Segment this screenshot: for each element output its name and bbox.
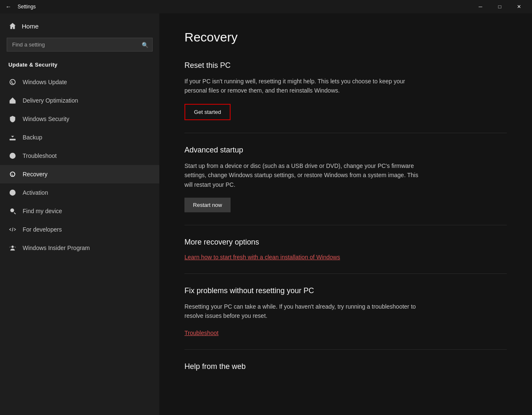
fix-problems-title: Fix problems without resetting your PC [184,286,507,295]
fix-problems-section: Fix problems without resetting your PC R… [184,286,507,337]
shield-icon [8,115,17,123]
search-icon: 🔍 [142,41,148,48]
page-title: Recovery [184,30,507,44]
divider-1 [184,133,507,133]
sidebar-item-troubleshoot[interactable]: Troubleshoot [0,147,159,165]
sidebar-item-label: Delivery Optimization [23,97,78,104]
divider-4 [184,349,507,350]
sidebar-item-label: Windows Update [23,79,67,85]
delivery-icon [8,96,17,105]
svg-point-6 [11,209,13,211]
help-section-title: Help from the web [184,362,507,371]
sidebar-home-label: Home [22,23,39,30]
reset-section: Reset this PC If your PC isn't running w… [184,61,507,120]
sidebar-item-windows-security[interactable]: Windows Security [0,110,159,128]
window-controls: ─ □ ✕ [471,0,529,13]
sidebar-item-label: Find my device [23,208,62,214]
get-started-button[interactable]: Get started [184,104,231,120]
search-input[interactable] [7,38,153,52]
sidebar-search-container: 🔍 [7,38,153,52]
sidebar-item-label: Windows Insider Program [23,245,90,251]
activation-icon [8,188,17,197]
sidebar-item-label: Backup [23,134,42,141]
sidebar-item-delivery-optimization[interactable]: Delivery Optimization [0,91,159,110]
backup-icon [8,133,17,142]
sidebar-item-label: Troubleshoot [23,152,57,159]
back-button[interactable]: ← [3,2,13,12]
sidebar-item-label: Windows Security [23,116,69,122]
sidebar-item-activation[interactable]: Activation [0,183,159,202]
reset-section-desc: If your PC isn't running well, resetting… [184,77,428,95]
developers-icon [8,225,17,234]
svg-rect-2 [10,139,16,141]
sidebar-item-home[interactable]: Home [0,13,159,34]
content-area: Recovery Reset this PC If your PC isn't … [159,13,532,415]
sidebar-item-recovery[interactable]: Recovery [0,165,159,183]
divider-3 [184,273,507,274]
sidebar-item-windows-insider[interactable]: Windows Insider Program [0,239,159,257]
titlebar-title: Settings [18,4,471,10]
advanced-startup-section: Advanced startup Start up from a device … [184,146,507,212]
sidebar-item-backup[interactable]: Backup [0,128,159,147]
titlebar: ← Settings ─ □ ✕ [0,0,532,13]
sidebar-item-label: For developers [23,226,62,233]
more-options-section: More recovery options Learn how to start… [184,238,507,261]
troubleshoot-icon [8,152,17,160]
update-icon [8,78,17,86]
reset-section-title: Reset this PC [184,61,507,70]
find-icon [8,207,17,215]
sidebar-item-windows-update[interactable]: Windows Update [0,73,159,91]
advanced-startup-title: Advanced startup [184,146,507,155]
sidebar-item-label: Activation [23,189,48,196]
main-layout: Home 🔍 Update & Security Windows Update … [0,13,532,415]
insider-icon [8,244,17,252]
troubleshoot-link[interactable]: Troubleshoot [184,330,218,336]
sidebar-item-find-my-device[interactable]: Find my device [0,202,159,220]
divider-2 [184,225,507,225]
sidebar-item-label: Recovery [23,171,47,178]
sidebar-section-title: Update & Security [0,58,159,73]
more-options-title: More recovery options [184,238,507,247]
home-icon [8,22,17,30]
maximize-button[interactable]: □ [490,0,509,13]
advanced-startup-desc: Start up from a device or disc (such as … [184,161,428,189]
help-section: Help from the web [184,362,507,371]
fix-problems-desc: Resetting your PC can take a while. If y… [184,302,428,321]
sidebar: Home 🔍 Update & Security Windows Update … [0,13,159,415]
clean-install-link[interactable]: Learn how to start fresh with a clean in… [184,254,340,260]
svg-point-7 [11,246,13,248]
recovery-icon [8,170,17,178]
sidebar-item-for-developers[interactable]: For developers [0,220,159,239]
minimize-button[interactable]: ─ [471,0,490,13]
svg-rect-1 [11,102,13,104]
close-button[interactable]: ✕ [509,0,529,13]
restart-now-button[interactable]: Restart now [184,198,231,212]
